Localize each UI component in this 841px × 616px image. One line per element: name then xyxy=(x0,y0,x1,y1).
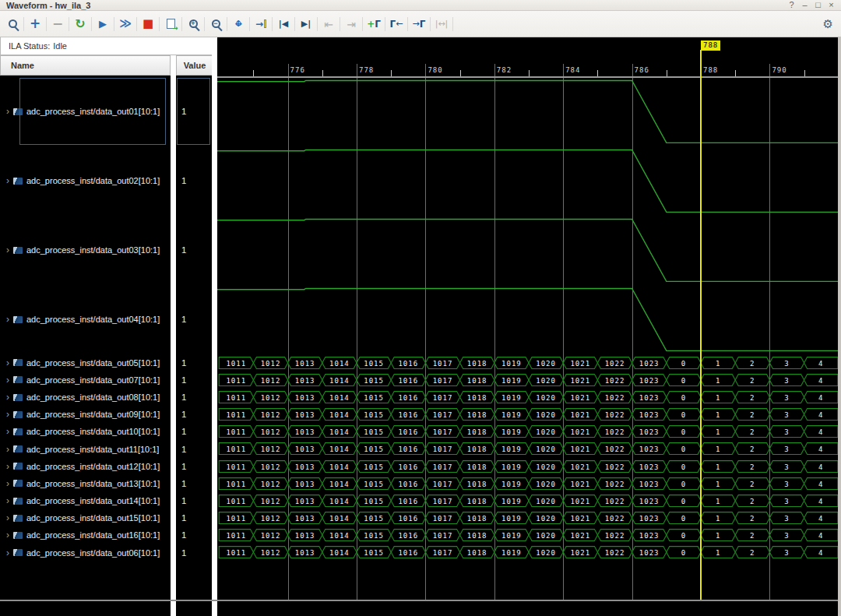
svg-text:1: 1 xyxy=(716,411,720,419)
svg-text:1015: 1015 xyxy=(364,480,384,488)
goto-start-icon[interactable]: |◀ xyxy=(275,15,292,33)
ruler-tick-label: 788 xyxy=(703,66,718,74)
svg-text:0: 0 xyxy=(681,359,686,367)
panel-wave-splitter[interactable] xyxy=(212,37,217,616)
svg-text:1023: 1023 xyxy=(639,480,660,488)
signal-name-row[interactable]: ›adc_process_inst/data_out06[10:1] xyxy=(0,544,171,561)
window-maximize-button[interactable]: □ xyxy=(811,0,825,10)
stop-icon[interactable]: ■ xyxy=(139,15,157,33)
signal-value[interactable]: 1 xyxy=(176,389,212,406)
signal-value[interactable]: 1 xyxy=(176,475,212,492)
add-icon[interactable]: + xyxy=(26,15,44,33)
svg-text:1013: 1013 xyxy=(295,445,315,453)
expand-chevron-icon[interactable]: › xyxy=(6,246,9,254)
bus-wave-row: 1011101210131014101510161017101810191020… xyxy=(217,354,838,371)
expand-chevron-icon[interactable]: › xyxy=(6,514,9,522)
svg-text:1016: 1016 xyxy=(398,480,418,488)
signal-value[interactable]: 1 xyxy=(176,146,212,216)
signal-value[interactable]: 1 xyxy=(176,440,212,457)
next-marker-icon[interactable]: →Γ xyxy=(410,15,428,33)
expand-chevron-icon[interactable]: › xyxy=(6,445,9,453)
signal-value[interactable]: 1 xyxy=(176,406,212,423)
signal-name-row[interactable]: ›adc_process_inst/data_out05[10:1] xyxy=(0,354,171,371)
signal-value[interactable]: 1 xyxy=(176,458,212,475)
signal-name-row[interactable]: ›adc_process_inst/data_out09[10:1] xyxy=(0,406,171,423)
next-transition-icon[interactable]: ⇥ xyxy=(343,15,360,33)
waveform-canvas[interactable]: 7767787807827847867887901011101210131014… xyxy=(217,37,838,616)
expand-chevron-icon[interactable]: › xyxy=(6,463,9,470)
export-icon[interactable] xyxy=(162,15,179,33)
expand-chevron-icon[interactable]: › xyxy=(6,531,9,539)
window-minimize-button[interactable]: – xyxy=(798,0,811,10)
remove-icon[interactable]: − xyxy=(49,15,66,33)
bottom-divider xyxy=(0,600,838,601)
run-icon[interactable]: ▶ xyxy=(94,15,111,33)
signal-name-row[interactable]: ›adc_process_inst/data_out02[10:1] xyxy=(0,146,171,216)
search-icon[interactable] xyxy=(4,15,21,33)
expand-chevron-icon[interactable]: › xyxy=(6,177,9,185)
prev-transition-icon[interactable]: ⇤ xyxy=(320,15,337,33)
ruler-minor-tick xyxy=(253,70,254,76)
svg-text:4: 4 xyxy=(818,463,823,470)
svg-text:1017: 1017 xyxy=(433,428,453,436)
svg-text:1012: 1012 xyxy=(261,498,281,505)
signal-name-row[interactable]: ›adc_process_inst/data_out03[10:1] xyxy=(0,216,171,285)
signal-name-row[interactable]: ›adc_process_inst/data_out14[10:1] xyxy=(0,492,171,509)
signal-name-row[interactable]: ›adc_process_inst/data_out13[10:1] xyxy=(0,475,171,492)
signal-value[interactable]: 1 xyxy=(176,423,212,440)
signal-value[interactable]: 1 xyxy=(176,544,212,561)
svg-text:1017: 1017 xyxy=(433,515,453,523)
signal-name-row[interactable]: ›adc_process_inst/data_out08[10:1] xyxy=(0,389,171,406)
zoom-in-icon[interactable]: + xyxy=(185,15,202,33)
expand-chevron-icon[interactable]: › xyxy=(6,107,9,115)
signal-name-row[interactable]: ›adc_process_inst/data_out11[10:1] xyxy=(0,440,171,457)
prev-marker-icon[interactable]: Γ← xyxy=(388,15,405,33)
run-trigger-icon[interactable]: ↻ xyxy=(72,15,89,33)
signal-name-row[interactable]: ›adc_process_inst/data_out15[10:1] xyxy=(0,509,171,526)
settings-gear-icon[interactable]: ⚙ xyxy=(823,17,838,31)
expand-chevron-icon[interactable]: › xyxy=(6,393,9,401)
signal-value[interactable]: 1 xyxy=(176,526,212,544)
signal-value[interactable]: 1 xyxy=(176,371,212,389)
svg-text:1012: 1012 xyxy=(261,376,281,384)
signal-value[interactable]: 1 xyxy=(176,216,212,285)
signal-name-row[interactable]: ›adc_process_inst/data_out07[10:1] xyxy=(0,371,171,389)
svg-text:3: 3 xyxy=(784,498,789,505)
zoom-fit-icon[interactable]: ↔↕ xyxy=(230,15,247,33)
expand-chevron-icon[interactable]: › xyxy=(6,428,9,435)
main-area: ILA Status: Idle Name Value ›adc_process… xyxy=(0,37,841,616)
signal-name-row[interactable]: ›adc_process_inst/data_out16[10:1] xyxy=(0,526,171,544)
expand-chevron-icon[interactable]: › xyxy=(6,315,9,323)
expand-chevron-icon[interactable]: › xyxy=(6,549,9,557)
svg-text:2: 2 xyxy=(750,411,755,419)
svg-text:1019: 1019 xyxy=(501,463,522,470)
signal-value[interactable]: 1 xyxy=(176,509,212,526)
run-all-icon[interactable]: ≫ xyxy=(117,15,134,33)
add-marker-icon[interactable]: +Γ xyxy=(365,15,382,33)
expand-chevron-icon[interactable]: › xyxy=(6,480,9,488)
expand-chevron-icon[interactable]: › xyxy=(6,376,9,384)
window-close-button[interactable]: × xyxy=(825,0,838,10)
goto-cursor-icon[interactable]: → xyxy=(252,15,269,33)
window-help-button[interactable]: ? xyxy=(785,0,798,10)
signal-value[interactable]: 1 xyxy=(176,492,212,509)
goto-end-icon[interactable]: ▶| xyxy=(297,15,315,33)
cursor-flag[interactable]: 788 xyxy=(701,40,720,51)
signal-name-row[interactable]: ›adc_process_inst/data_out12[10:1] xyxy=(0,458,171,475)
expand-chevron-icon[interactable]: › xyxy=(6,359,9,367)
svg-text:1018: 1018 xyxy=(467,445,487,453)
svg-text:1016: 1016 xyxy=(398,498,418,505)
name-value-splitter[interactable] xyxy=(171,55,176,616)
svg-text:1012: 1012 xyxy=(261,480,281,488)
signal-name-row[interactable]: ›adc_process_inst/data_out10[10:1] xyxy=(0,423,171,440)
svg-text:1012: 1012 xyxy=(261,394,281,402)
svg-text:1021: 1021 xyxy=(570,515,590,523)
zoom-out-icon[interactable]: − xyxy=(207,15,224,33)
signal-value[interactable]: 1 xyxy=(176,285,212,354)
expand-chevron-icon[interactable]: › xyxy=(6,410,9,418)
svg-text:3: 3 xyxy=(784,463,789,470)
signal-name-row[interactable]: ›adc_process_inst/data_out04[10:1] xyxy=(0,285,171,354)
marker-span-icon[interactable]: |↔| xyxy=(433,15,450,33)
expand-chevron-icon[interactable]: › xyxy=(6,497,9,505)
signal-value[interactable]: 1 xyxy=(176,354,212,371)
